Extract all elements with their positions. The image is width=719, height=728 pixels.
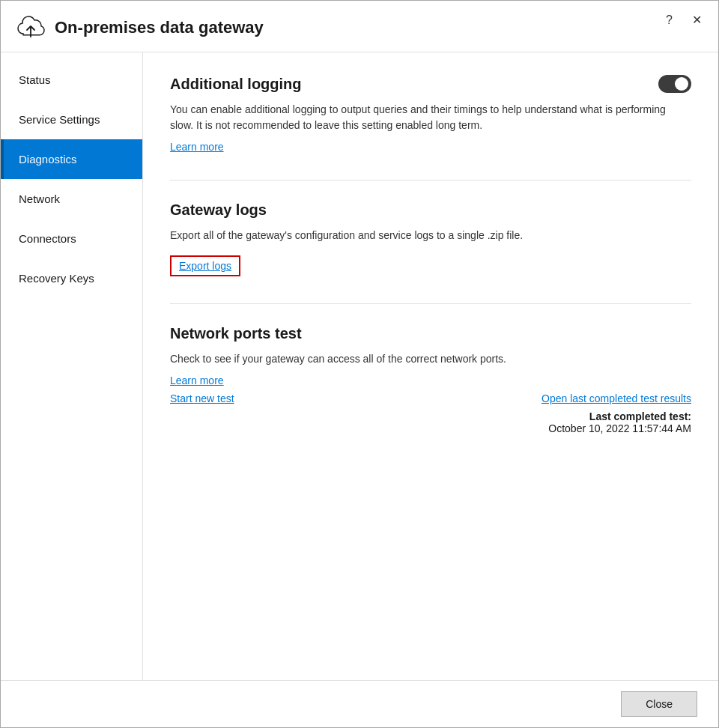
last-completed-info: Last completed test: October 10, 2022 11… [170,410,691,434]
app-title: On-premises data gateway [55,18,264,37]
additional-logging-toggle[interactable] [658,75,691,93]
footer: Close [1,680,718,727]
additional-logging-desc: You can enable additional logging to out… [170,102,691,133]
export-logs-link[interactable]: Export logs [170,255,240,276]
additional-logging-header: Additional logging [170,75,691,93]
sidebar-item-network[interactable]: Network [1,179,142,219]
divider-1 [170,180,691,181]
ports-links-row: Start new test Open last completed test … [170,392,691,404]
app-window: On-premises data gateway ? ✕ Status Serv… [0,0,719,728]
sidebar-item-diagnostics[interactable]: Diagnostics [1,139,142,179]
additional-logging-title: Additional logging [170,76,302,93]
main-content: Status Service Settings Diagnostics Netw… [1,52,718,680]
close-button[interactable]: Close [621,691,697,717]
sidebar-item-connectors[interactable]: Connectors [1,219,142,258]
network-ports-test-section: Network ports test Check to see if your … [170,325,691,434]
sidebar: Status Service Settings Diagnostics Netw… [1,52,143,680]
additional-logging-section: Additional logging You can enable additi… [170,75,691,153]
help-button[interactable]: ? [661,12,677,28]
app-icon [16,13,46,43]
network-ports-learn-more[interactable]: Learn more [170,374,224,386]
sidebar-item-recovery-keys[interactable]: Recovery Keys [1,258,142,298]
sidebar-item-status[interactable]: Status [1,60,142,100]
gateway-logs-desc: Export all of the gateway's configuratio… [170,228,691,243]
network-ports-title: Network ports test [170,325,302,342]
gateway-logs-title: Gateway logs [170,201,267,218]
sidebar-item-service-settings[interactable]: Service Settings [1,100,142,139]
last-completed-value: October 10, 2022 11:57:44 AM [548,422,691,434]
start-new-test-link[interactable]: Start new test [170,392,234,404]
network-ports-desc: Check to see if your gateway can access … [170,351,691,367]
content-area: Additional logging You can enable additi… [143,52,718,680]
title-bar-controls: ? ✕ [661,11,706,28]
toggle-thumb [675,77,688,91]
title-bar: On-premises data gateway ? ✕ [1,1,718,52]
window-close-button[interactable]: ✕ [688,11,706,28]
divider-2 [170,303,691,304]
gateway-logs-section: Gateway logs Export all of the gateway's… [170,201,691,276]
additional-logging-learn-more[interactable]: Learn more [170,141,224,153]
last-completed-label: Last completed test: [589,410,691,422]
toggle-track [658,75,691,93]
open-last-results-link[interactable]: Open last completed test results [541,392,691,404]
